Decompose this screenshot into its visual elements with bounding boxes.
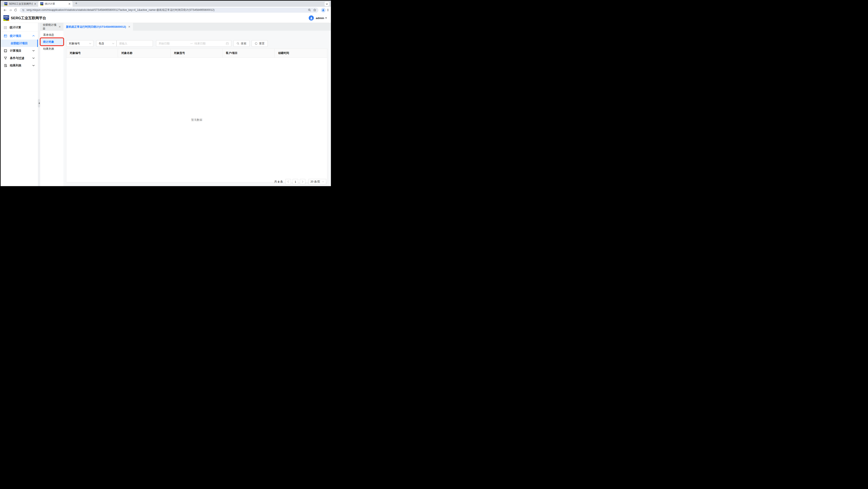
detail-subnav: 基本信息 统计对象 结果列表 — [40, 31, 63, 186]
field-select-value: 对象编号 — [69, 42, 80, 45]
operator-select[interactable]: 包含 — [96, 40, 117, 47]
person-icon — [310, 17, 313, 20]
pagination-total: 共0条 — [274, 180, 283, 184]
tab-search-button[interactable] — [324, 2, 329, 6]
column-header: 对象名称 — [118, 49, 170, 58]
caret-down-icon[interactable] — [325, 18, 327, 19]
workspace-tab-detail[interactable]: 新机组正常运行时间日统计(STS4584955600012) ✕ — [63, 23, 133, 31]
doc-check-icon — [4, 64, 7, 67]
funnel-icon — [4, 57, 7, 60]
sidebar-item-calc-project[interactable]: 计算项目 — [1, 47, 38, 54]
range-arrow-icon — [190, 43, 193, 44]
tab-close-icon[interactable]: ✕ — [68, 2, 71, 5]
chevron-down-icon — [322, 181, 324, 182]
browser-tab-inactive[interactable]: ERG SERG工业互联网平台 ✕ — [2, 1, 38, 7]
browser-profile-avatar[interactable] — [321, 8, 326, 12]
user-avatar[interactable] — [309, 16, 314, 21]
keyword-input[interactable] — [119, 42, 150, 45]
subnav-item-statistic-object[interactable]: 统计对象 — [40, 38, 63, 45]
grid-icon — [4, 26, 7, 29]
chevron-down-icon — [112, 43, 114, 44]
address-bar[interactable]: serg.mixyun.com/mixapplication/#/statist… — [20, 8, 318, 13]
empty-state-text: 暂无数据 — [66, 58, 327, 182]
app-title: SERG工业互联网平台 — [11, 16, 46, 21]
column-header: 对象编号 — [66, 49, 118, 58]
url-text: serg.mixyun.com/mixapplication/#/statist… — [26, 8, 307, 12]
calculator-icon — [4, 49, 7, 53]
browser-tab-active[interactable]: ERG 统计计算 ✕ — [38, 1, 72, 7]
sidebar-root-label: 统计计算 — [10, 26, 21, 29]
chevron-right-icon — [302, 180, 304, 183]
search-icon — [237, 42, 239, 45]
sidebar-subitem-label: 全部统计项目 — [10, 41, 28, 45]
workspace-tab-label: 全部统计项目 — [43, 23, 57, 31]
subnav-label: 结果列表 — [43, 47, 54, 50]
table-header-row: 对象编号 对象名称 对象型号 客户/项目 创建时间 — [66, 49, 327, 58]
sidebar-item-label: 结果列表 — [10, 64, 21, 67]
column-header: 客户/项目 — [222, 49, 275, 58]
site-favicon: ERG — [40, 2, 43, 5]
app-header: ERG Sample SERG工业互联网平台 admin — [1, 13, 331, 23]
chevron-left-icon — [287, 180, 289, 183]
keyword-input-wrap — [117, 40, 153, 47]
workspace-tab-bar: 全部统计项目 ✕ 新机组正常运行时间日统计(STS4584955600012) … — [40, 23, 331, 31]
sidebar: 统计计算 统计项目 全部统计项目 计算项目 — [1, 23, 38, 186]
app-logo: ERG Sample — [3, 15, 9, 21]
sidebar-item-all-statistic-projects[interactable]: 全部统计项目 — [1, 39, 38, 47]
tab-close-icon[interactable]: ✕ — [34, 2, 36, 5]
reload-button[interactable] — [13, 7, 18, 13]
person-icon — [322, 9, 324, 11]
workspace-tab-label: 新机组正常运行时间日统计(STS4584955600012) — [66, 25, 126, 29]
forward-button[interactable] — [8, 7, 13, 13]
browser-tab-bar: ERG SERG工业互联网平台 ✕ ERG 统计计算 ✕ + — [1, 1, 331, 7]
workspace: 全部统计项目 ✕ 新机组正常运行时间日统计(STS4584955600012) … — [40, 23, 331, 186]
page-number-button[interactable]: 1 — [292, 179, 298, 184]
next-page-button[interactable] — [300, 179, 305, 184]
sidebar-item-label: 统计项目 — [10, 34, 21, 38]
chevron-down-icon — [32, 57, 35, 59]
tab-close-icon[interactable]: ✕ — [128, 25, 130, 28]
site-settings-icon — [22, 9, 25, 12]
end-date-placeholder: 结束日期 — [194, 42, 224, 45]
back-button[interactable] — [2, 7, 8, 13]
site-favicon: ERG — [4, 2, 7, 5]
sidebar-collapse-handle[interactable] — [38, 99, 40, 108]
subnav-label: 基本信息 — [43, 33, 54, 36]
subnav-item-result-list[interactable]: 结果列表 — [40, 45, 63, 52]
sidebar-item-label: 计算项目 — [10, 49, 21, 53]
zoom-in-icon[interactable] — [307, 8, 312, 12]
sidebar-item-result-list[interactable]: 结果列表 — [1, 62, 38, 69]
search-button[interactable]: 搜索 — [234, 40, 249, 47]
screen-frame: ERG SERG工业互联网平台 ✕ ERG 统计计算 ✕ + s — [0, 0, 332, 187]
browser-tab-title: 统计计算 — [45, 2, 67, 6]
sidebar-item-conditions-filters[interactable]: 条件与过滤 — [1, 54, 38, 62]
date-range-picker[interactable]: 开始日期 结束日期 — [156, 40, 231, 47]
subnav-item-basic-info[interactable]: 基本信息 — [40, 31, 63, 38]
pagination: 共0条 1 20 条/页 — [274, 179, 326, 184]
calendar-icon — [226, 42, 229, 45]
chevron-up-icon — [32, 35, 35, 37]
new-tab-button[interactable]: + — [75, 1, 78, 6]
arrow-right-icon — [9, 8, 12, 12]
sidebar-gap-strip — [38, 23, 40, 186]
chevron-down-icon — [89, 43, 91, 44]
filter-bar: 对象编号 包含 开始日期 结束日期 — [66, 40, 268, 47]
workspace-tab-all-projects[interactable]: 全部统计项目 ✕ — [40, 23, 63, 31]
reset-icon — [255, 42, 257, 45]
operator-select-value: 包含 — [99, 42, 104, 45]
collapse-left-icon — [38, 102, 40, 104]
user-name[interactable]: admin — [316, 17, 324, 20]
arrow-left-icon — [3, 8, 7, 12]
bookmark-star-icon[interactable] — [312, 8, 317, 12]
sidebar-item-statistic-project[interactable]: 统计项目 — [1, 32, 38, 39]
field-select[interactable]: 对象编号 — [66, 40, 93, 47]
tab-close-icon[interactable]: ✕ — [59, 25, 61, 28]
objects-table: 对象编号 对象名称 对象型号 客户/项目 创建时间 暂无数据 — [66, 49, 327, 182]
prev-page-button[interactable] — [285, 179, 291, 184]
column-header: 对象型号 — [170, 49, 222, 58]
browser-menu-icon[interactable]: ••• — [328, 9, 329, 11]
reset-button[interactable]: 重置 — [252, 40, 268, 47]
chevron-down-icon — [32, 65, 35, 66]
page-size-select[interactable]: 20 条/页 — [308, 179, 326, 184]
browser-url-bar: serg.mixyun.com/mixapplication/#/statist… — [1, 7, 331, 13]
